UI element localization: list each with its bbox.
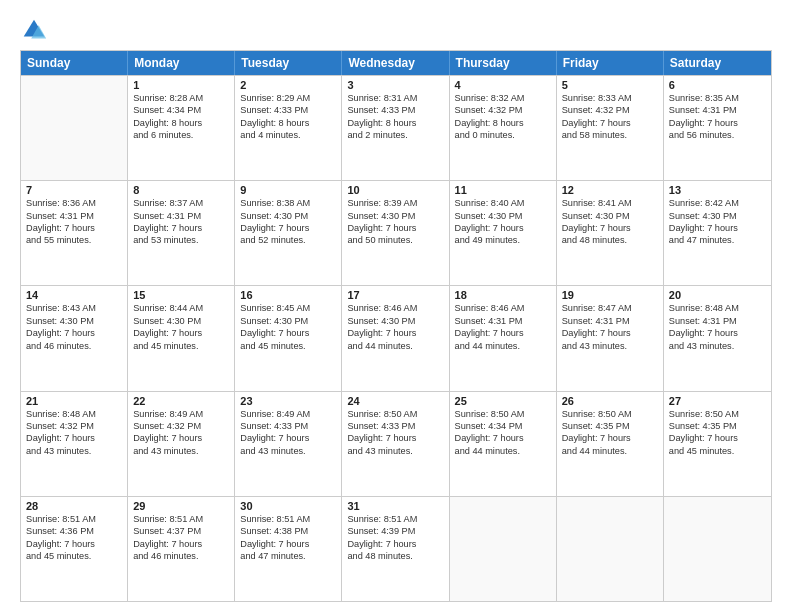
cell-info-line: Daylight: 7 hours	[455, 432, 551, 444]
cell-info-line: Daylight: 7 hours	[455, 222, 551, 234]
calendar-cell: 13Sunrise: 8:42 AMSunset: 4:30 PMDayligh…	[664, 181, 771, 285]
cell-info-line: Sunrise: 8:41 AM	[562, 197, 658, 209]
cell-info-line: and 49 minutes.	[455, 234, 551, 246]
cell-info-line: Sunset: 4:31 PM	[133, 210, 229, 222]
cell-info-line: and 44 minutes.	[455, 340, 551, 352]
day-number: 2	[240, 79, 336, 91]
cell-info-line: Daylight: 7 hours	[562, 222, 658, 234]
cell-info-line: Sunset: 4:35 PM	[669, 420, 766, 432]
cell-info-line: Sunrise: 8:36 AM	[26, 197, 122, 209]
day-number: 28	[26, 500, 122, 512]
cell-info-line: and 43 minutes.	[562, 340, 658, 352]
day-number: 3	[347, 79, 443, 91]
cell-info-line: and 53 minutes.	[133, 234, 229, 246]
calendar-cell: 7Sunrise: 8:36 AMSunset: 4:31 PMDaylight…	[21, 181, 128, 285]
cell-info-line: Sunset: 4:30 PM	[562, 210, 658, 222]
cell-info-line: Daylight: 7 hours	[133, 327, 229, 339]
day-number: 18	[455, 289, 551, 301]
calendar-cell	[664, 497, 771, 601]
cell-info-line: Sunset: 4:34 PM	[455, 420, 551, 432]
calendar-cell: 19Sunrise: 8:47 AMSunset: 4:31 PMDayligh…	[557, 286, 664, 390]
cell-info-line: Sunset: 4:30 PM	[669, 210, 766, 222]
calendar-cell: 18Sunrise: 8:46 AMSunset: 4:31 PMDayligh…	[450, 286, 557, 390]
calendar-cell: 15Sunrise: 8:44 AMSunset: 4:30 PMDayligh…	[128, 286, 235, 390]
cell-info-line: Daylight: 8 hours	[455, 117, 551, 129]
header-day-sunday: Sunday	[21, 51, 128, 75]
cell-info-line: Daylight: 7 hours	[240, 327, 336, 339]
cell-info-line: Sunset: 4:31 PM	[26, 210, 122, 222]
day-number: 8	[133, 184, 229, 196]
cell-info-line: Sunrise: 8:51 AM	[26, 513, 122, 525]
header-day-friday: Friday	[557, 51, 664, 75]
cell-info-line: Sunset: 4:32 PM	[133, 420, 229, 432]
logo	[20, 16, 52, 44]
cell-info-line: Sunrise: 8:50 AM	[347, 408, 443, 420]
cell-info-line: Daylight: 7 hours	[562, 432, 658, 444]
cell-info-line: Sunset: 4:31 PM	[669, 104, 766, 116]
cell-info-line: Sunset: 4:32 PM	[562, 104, 658, 116]
calendar-cell	[557, 497, 664, 601]
cell-info-line: and 44 minutes.	[347, 340, 443, 352]
cell-info-line: and 43 minutes.	[133, 445, 229, 457]
cell-info-line: and 44 minutes.	[455, 445, 551, 457]
calendar-cell: 5Sunrise: 8:33 AMSunset: 4:32 PMDaylight…	[557, 76, 664, 180]
cell-info-line: Sunrise: 8:45 AM	[240, 302, 336, 314]
cell-info-line: Daylight: 7 hours	[26, 538, 122, 550]
day-number: 29	[133, 500, 229, 512]
calendar-cell: 4Sunrise: 8:32 AMSunset: 4:32 PMDaylight…	[450, 76, 557, 180]
day-number: 17	[347, 289, 443, 301]
cell-info-line: Sunrise: 8:38 AM	[240, 197, 336, 209]
calendar-cell: 21Sunrise: 8:48 AMSunset: 4:32 PMDayligh…	[21, 392, 128, 496]
cell-info-line: Daylight: 7 hours	[133, 432, 229, 444]
day-number: 26	[562, 395, 658, 407]
cell-info-line: Sunrise: 8:28 AM	[133, 92, 229, 104]
cell-info-line: Sunset: 4:30 PM	[26, 315, 122, 327]
calendar-cell: 22Sunrise: 8:49 AMSunset: 4:32 PMDayligh…	[128, 392, 235, 496]
cell-info-line: Sunset: 4:38 PM	[240, 525, 336, 537]
cell-info-line: Daylight: 7 hours	[133, 538, 229, 550]
cell-info-line: and 43 minutes.	[669, 340, 766, 352]
cell-info-line: Daylight: 7 hours	[133, 222, 229, 234]
cell-info-line: Sunset: 4:36 PM	[26, 525, 122, 537]
header-day-monday: Monday	[128, 51, 235, 75]
calendar-cell: 2Sunrise: 8:29 AMSunset: 4:33 PMDaylight…	[235, 76, 342, 180]
cell-info-line: and 46 minutes.	[26, 340, 122, 352]
cell-info-line: and 56 minutes.	[669, 129, 766, 141]
cell-info-line: Sunset: 4:31 PM	[669, 315, 766, 327]
cell-info-line: Daylight: 8 hours	[347, 117, 443, 129]
calendar-header: SundayMondayTuesdayWednesdayThursdayFrid…	[21, 51, 771, 75]
calendar-cell: 17Sunrise: 8:46 AMSunset: 4:30 PMDayligh…	[342, 286, 449, 390]
day-number: 11	[455, 184, 551, 196]
cell-info-line: Daylight: 7 hours	[240, 538, 336, 550]
cell-info-line: Daylight: 7 hours	[347, 538, 443, 550]
cell-info-line: and 45 minutes.	[26, 550, 122, 562]
cell-info-line: Sunrise: 8:47 AM	[562, 302, 658, 314]
day-number: 6	[669, 79, 766, 91]
cell-info-line: Daylight: 7 hours	[347, 222, 443, 234]
day-number: 15	[133, 289, 229, 301]
cell-info-line: Sunset: 4:31 PM	[562, 315, 658, 327]
header	[20, 16, 772, 44]
calendar-row-2: 14Sunrise: 8:43 AMSunset: 4:30 PMDayligh…	[21, 285, 771, 390]
cell-info-line: and 0 minutes.	[455, 129, 551, 141]
cell-info-line: Sunset: 4:35 PM	[562, 420, 658, 432]
header-day-saturday: Saturday	[664, 51, 771, 75]
calendar-cell: 24Sunrise: 8:50 AMSunset: 4:33 PMDayligh…	[342, 392, 449, 496]
cell-info-line: Daylight: 7 hours	[669, 117, 766, 129]
cell-info-line: Sunset: 4:34 PM	[133, 104, 229, 116]
calendar-cell: 10Sunrise: 8:39 AMSunset: 4:30 PMDayligh…	[342, 181, 449, 285]
day-number: 23	[240, 395, 336, 407]
cell-info-line: Sunrise: 8:40 AM	[455, 197, 551, 209]
calendar-cell	[450, 497, 557, 601]
calendar-cell: 25Sunrise: 8:50 AMSunset: 4:34 PMDayligh…	[450, 392, 557, 496]
cell-info-line: Sunrise: 8:50 AM	[455, 408, 551, 420]
cell-info-line: and 44 minutes.	[562, 445, 658, 457]
cell-info-line: and 45 minutes.	[669, 445, 766, 457]
cell-info-line: Sunset: 4:30 PM	[455, 210, 551, 222]
cell-info-line: Sunrise: 8:31 AM	[347, 92, 443, 104]
cell-info-line: Sunset: 4:37 PM	[133, 525, 229, 537]
cell-info-line: Sunrise: 8:37 AM	[133, 197, 229, 209]
calendar-row-4: 28Sunrise: 8:51 AMSunset: 4:36 PMDayligh…	[21, 496, 771, 601]
calendar-cell: 8Sunrise: 8:37 AMSunset: 4:31 PMDaylight…	[128, 181, 235, 285]
cell-info-line: and 55 minutes.	[26, 234, 122, 246]
